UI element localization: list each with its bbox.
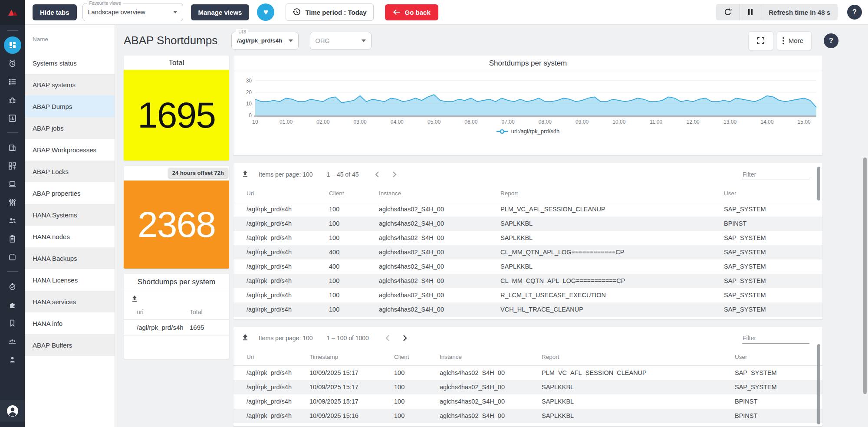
items-per-page[interactable]: Items per page: 100 xyxy=(259,171,313,178)
rail-item-organization[interactable] xyxy=(3,138,22,157)
sidebar-item-hana-services[interactable]: HANA services xyxy=(25,291,115,312)
rail-item-widgets[interactable] xyxy=(3,157,22,175)
pause-button[interactable] xyxy=(740,4,761,20)
rail-item-systems[interactable] xyxy=(3,175,22,193)
sidebar-item-abap-locks[interactable]: ABAP Locks xyxy=(25,161,115,182)
rail-item-checks[interactable] xyxy=(3,277,22,296)
table-row[interactable]: /agl/rpk_prd/s4h400aglchs4has02_S4H_00SA… xyxy=(233,259,822,274)
favourite-heart-button[interactable]: ♥ xyxy=(257,3,274,21)
page-help-button[interactable]: ? xyxy=(824,33,838,48)
user-avatar[interactable] xyxy=(0,400,25,422)
table-row[interactable]: /agl/rpk_prd/s4h100aglchs4has02_S4H_00VC… xyxy=(233,302,822,317)
svg-text:07:00: 07:00 xyxy=(502,119,515,125)
table-row[interactable]: /agl/rpk_prd/s4h100aglchs4has02_S4H_00PL… xyxy=(233,202,822,217)
next-page-button[interactable] xyxy=(389,169,400,180)
sidebar-item-hana-nodes[interactable]: HANA nodes xyxy=(25,226,115,247)
column-header-uri[interactable]: Uri xyxy=(233,186,329,202)
chart-area[interactable]: 01020301001:0002:0003:0004:0005:0006:000… xyxy=(233,71,822,128)
fullscreen-button[interactable] xyxy=(748,31,773,50)
table-row[interactable]: /agl/rpk_prd/s4h1695 xyxy=(124,320,229,335)
column-header-client[interactable]: Client xyxy=(329,186,379,202)
manage-views-button[interactable]: Manage views xyxy=(191,4,250,20)
table-row[interactable]: /agl/rpk_prd/s4h100aglchs4has02_S4H_00CL… xyxy=(233,274,822,288)
rail-item-list[interactable] xyxy=(3,72,22,91)
column-header-instance[interactable]: Instance xyxy=(440,349,542,366)
time-period-button[interactable]: Time period : Today xyxy=(286,3,373,21)
column-header-total[interactable]: Total xyxy=(190,306,229,320)
sidebar-item-label: HANA services xyxy=(33,298,76,305)
export-button[interactable] xyxy=(241,333,249,343)
items-per-page[interactable]: Items per page: 100 xyxy=(259,335,313,342)
help-button[interactable]: ? xyxy=(847,5,862,20)
export-button[interactable] xyxy=(124,290,229,306)
sidebar-item-hana-info[interactable]: HANA info xyxy=(25,312,115,334)
refresh-countdown[interactable]: Refresh time in 48 s xyxy=(761,4,838,20)
rail-item-bookmarks[interactable] xyxy=(3,314,22,332)
rail-item-tasks[interactable] xyxy=(3,230,22,248)
next-page-button[interactable] xyxy=(399,332,411,344)
chart-legend[interactable]: uri:/agl/rpk_prd/s4h xyxy=(233,128,822,135)
svg-text:20: 20 xyxy=(246,89,252,95)
sidebar-item-systems-status[interactable]: Systems status xyxy=(25,52,115,74)
laptop-icon xyxy=(8,180,16,188)
rail-item-teams[interactable] xyxy=(3,332,22,350)
table-row[interactable]: /agl/rpk_prd/s4h10/09/2025 15:17100aglch… xyxy=(233,394,822,409)
sidebar-item-hana-systems[interactable]: HANA Systems xyxy=(25,204,115,226)
column-header-instance[interactable]: Instance xyxy=(379,186,500,202)
sidebar-item-abap-properties[interactable]: ABAP properties xyxy=(25,182,115,204)
column-header-user[interactable]: User xyxy=(724,186,822,202)
table-row[interactable]: /agl/rpk_prd/s4h100aglchs4has02_S4H_00R_… xyxy=(233,288,822,302)
filter-field[interactable] xyxy=(742,169,809,180)
export-icon xyxy=(131,295,138,302)
rail-item-reports[interactable] xyxy=(3,109,22,127)
svg-text:11:00: 11:00 xyxy=(650,119,662,125)
rail-item-users[interactable] xyxy=(3,211,22,230)
filter-field[interactable] xyxy=(742,333,809,344)
sidebar-item-hana-backups[interactable]: HANA Backups xyxy=(25,247,115,269)
rail-item-profile[interactable] xyxy=(3,350,22,368)
sidebar-item-abap-systems[interactable]: ABAP systems xyxy=(25,74,115,95)
table-row[interactable]: /agl/rpk_prd/s4h100aglchs4has02_S4H_00SA… xyxy=(233,217,822,231)
rail-item-dashboards[interactable] xyxy=(3,36,22,54)
sidebar-item-abap-jobs[interactable]: ABAP jobs xyxy=(25,117,115,139)
column-header-uri[interactable]: Uri xyxy=(233,349,309,366)
column-header-client[interactable]: Client xyxy=(394,349,440,366)
column-header-user[interactable]: User xyxy=(735,349,822,366)
previous-page-button[interactable] xyxy=(372,169,383,180)
table-row[interactable]: /agl/rpk_prd/s4h10/09/2025 15:17100aglch… xyxy=(233,380,822,394)
filter-input[interactable] xyxy=(742,169,809,180)
rail-item-plugins[interactable] xyxy=(3,296,22,314)
export-button[interactable] xyxy=(241,170,249,179)
sidebar-item-abap-buffers[interactable]: ABAP Buffers xyxy=(25,334,115,356)
rail-item-alerts[interactable] xyxy=(3,54,22,72)
table-row[interactable]: /agl/rpk_prd/s4h400aglchs4has02_S4H_00CL… xyxy=(233,245,822,259)
sidebar-item-abap-dumps[interactable]: ABAP Dumps xyxy=(25,95,115,117)
page-scrollbar[interactable] xyxy=(863,158,867,394)
table-row[interactable]: /agl/rpk_prd/s4h10/09/2025 15:17100aglch… xyxy=(233,366,822,380)
rail-item-bugs[interactable] xyxy=(3,91,22,109)
more-button[interactable]: More xyxy=(777,31,812,50)
table-scrollbar[interactable] xyxy=(817,344,820,424)
org-select[interactable]: ORG xyxy=(310,32,372,50)
refresh-button[interactable] xyxy=(716,4,740,20)
column-header-uri[interactable]: uri xyxy=(124,306,190,320)
favourite-views-select[interactable]: Favourite views Landscape overview xyxy=(82,3,183,21)
uri-select[interactable]: URI /agl/rpk_prd/s4h xyxy=(231,32,298,50)
column-header-report[interactable]: Report xyxy=(500,186,724,202)
previous-page-button[interactable] xyxy=(382,332,393,344)
active-indicator xyxy=(4,36,21,54)
sidebar-item-hana-licenses[interactable]: HANA Licenses xyxy=(25,269,115,291)
avantra-logo[interactable] xyxy=(0,0,25,25)
rail-item-settings[interactable] xyxy=(3,193,22,211)
table-scrollbar[interactable] xyxy=(817,167,820,200)
rail-item-calendar[interactable] xyxy=(3,248,22,266)
table-row[interactable]: /agl/rpk_prd/s4h10/09/2025 15:16100aglch… xyxy=(233,409,822,423)
column-header-report[interactable]: Report xyxy=(542,349,735,366)
hide-tabs-button[interactable]: Hide tabs xyxy=(33,4,77,20)
filter-input[interactable] xyxy=(742,333,809,344)
area-chart[interactable]: 01020301001:0002:0003:0004:0005:0006:000… xyxy=(237,72,819,128)
table-row[interactable]: /agl/rpk_prd/s4h100aglchs4has02_S4H_00SA… xyxy=(233,231,822,245)
sidebar-item-abap-workprocesses[interactable]: ABAP Workprocesses xyxy=(25,139,115,161)
column-header-timestamp[interactable]: Timestamp xyxy=(309,349,394,366)
go-back-button[interactable]: Go back xyxy=(385,4,438,20)
